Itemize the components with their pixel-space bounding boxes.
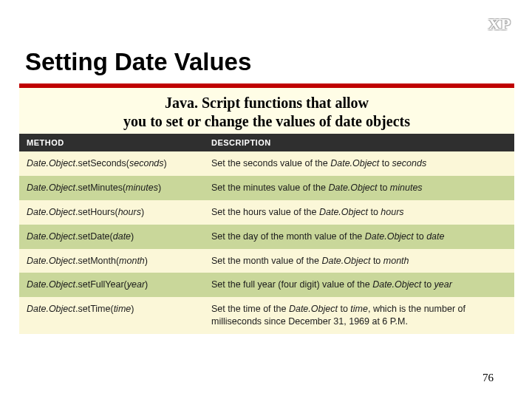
method-arg: seconds bbox=[129, 158, 164, 168]
desc-text: Set the seconds value of the bbox=[211, 158, 330, 168]
desc-text: to bbox=[370, 256, 383, 266]
method-call: .setMinutes( bbox=[75, 183, 126, 193]
subtitle-line1: Java. Script functions that allow bbox=[27, 94, 507, 112]
cell-description: Set the day of the month value of the Da… bbox=[204, 225, 514, 249]
method-object: Date.Object bbox=[27, 279, 75, 290]
desc-object: Date.Object bbox=[365, 231, 414, 242]
desc-object: Date.Object bbox=[328, 183, 377, 193]
method-object: Date.Object bbox=[27, 158, 75, 168]
cell-method: Date.Object.setTime(time) bbox=[19, 297, 204, 334]
table-row: Date.Object.setSeconds(seconds) Set the … bbox=[19, 151, 514, 176]
table-row: Date.Object.setMonth(month) Set the mont… bbox=[19, 249, 514, 273]
desc-text: to bbox=[338, 304, 350, 314]
table-row: Date.Object.setMinutes(minutes) Set the … bbox=[19, 176, 514, 200]
corner-badge: XP bbox=[488, 15, 511, 34]
methods-table: METHOD DESCRIPTION Date.Object.setSecond… bbox=[19, 134, 514, 334]
method-object: Date.Object bbox=[27, 304, 75, 314]
header-method: METHOD bbox=[19, 134, 204, 151]
desc-object: Date.Object bbox=[330, 158, 379, 168]
method-arg: minutes bbox=[126, 183, 158, 193]
cell-method: Date.Object.setMonth(month) bbox=[19, 249, 204, 273]
desc-object: Date.Object bbox=[319, 207, 368, 217]
table-row: Date.Object.setDate(date) Set the day of… bbox=[19, 225, 514, 249]
desc-arg: time bbox=[350, 304, 368, 314]
desc-text: Set the time of the bbox=[211, 304, 289, 314]
cell-description: Set the full year (four digit) value of … bbox=[204, 273, 514, 297]
method-call: .setFullYear( bbox=[75, 279, 127, 290]
desc-text: to bbox=[414, 231, 426, 242]
method-object: Date.Object bbox=[27, 207, 75, 217]
table-header: METHOD DESCRIPTION bbox=[19, 134, 514, 151]
method-call: .setSeconds( bbox=[75, 158, 129, 168]
cell-method: Date.Object.setSeconds(seconds) bbox=[19, 151, 204, 176]
method-close: ) bbox=[131, 304, 134, 314]
method-call: .setHours( bbox=[75, 207, 118, 217]
table-row: Date.Object.setHours(hours) Set the hour… bbox=[19, 200, 514, 225]
method-arg: hours bbox=[118, 207, 141, 217]
page-number: 76 bbox=[482, 372, 494, 384]
method-arg: date bbox=[113, 231, 131, 242]
desc-text: Set the hours value of the bbox=[211, 207, 319, 217]
table-row: Date.Object.setFullYear(year) Set the fu… bbox=[19, 273, 514, 297]
desc-text: to bbox=[368, 207, 381, 217]
method-close: ) bbox=[141, 207, 144, 217]
cell-method: Date.Object.setDate(date) bbox=[19, 225, 204, 249]
method-close: ) bbox=[145, 256, 148, 266]
desc-text: Set the full year (four digit) value of … bbox=[211, 279, 372, 290]
method-close: ) bbox=[164, 158, 167, 168]
method-arg: year bbox=[127, 279, 145, 290]
method-object: Date.Object bbox=[27, 256, 75, 266]
cell-description: Set the hours value of the Date.Object t… bbox=[204, 200, 514, 225]
desc-object: Date.Object bbox=[321, 256, 370, 266]
cell-method: Date.Object.setHours(hours) bbox=[19, 200, 204, 225]
desc-object: Date.Object bbox=[289, 304, 338, 314]
method-object: Date.Object bbox=[27, 231, 75, 242]
desc-text: Set the minutes value of the bbox=[211, 183, 328, 193]
desc-arg: date bbox=[426, 231, 444, 242]
method-arg: time bbox=[114, 304, 132, 314]
cell-description: Set the seconds value of the Date.Object… bbox=[204, 151, 514, 176]
header-description: DESCRIPTION bbox=[204, 134, 514, 151]
cell-description: Set the time of the Date.Object to time,… bbox=[204, 297, 514, 334]
method-arg: month bbox=[119, 256, 145, 266]
method-object: Date.Object bbox=[27, 183, 75, 193]
desc-arg: month bbox=[383, 256, 409, 266]
cell-description: Set the minutes value of the Date.Object… bbox=[204, 176, 514, 200]
page-title: Setting Date Values bbox=[25, 48, 251, 76]
method-call: .setMonth( bbox=[75, 256, 119, 266]
slide: XP Setting Date Values Java. Script func… bbox=[0, 0, 532, 399]
subtitle-box: Java. Script functions that allow you to… bbox=[19, 88, 514, 139]
method-close: ) bbox=[158, 183, 161, 193]
cell-method: Date.Object.setMinutes(minutes) bbox=[19, 176, 204, 200]
desc-arg: hours bbox=[381, 207, 403, 217]
method-close: ) bbox=[131, 231, 134, 242]
desc-text: Set the day of the month value of the bbox=[211, 231, 365, 242]
desc-arg: seconds bbox=[392, 158, 427, 168]
table-row: Date.Object.setTime(time) Set the time o… bbox=[19, 297, 514, 334]
desc-text: to bbox=[377, 183, 389, 193]
method-call: .setTime( bbox=[75, 304, 114, 314]
desc-text: Set the month value of the bbox=[211, 256, 321, 266]
desc-object: Date.Object bbox=[372, 279, 421, 290]
desc-arg: minutes bbox=[390, 183, 423, 193]
desc-text: to bbox=[421, 279, 434, 290]
desc-text: to bbox=[379, 158, 392, 168]
subtitle-line2: you to set or change the values of date … bbox=[27, 112, 507, 131]
method-call: .setDate( bbox=[75, 231, 113, 242]
cell-description: Set the month value of the Date.Object t… bbox=[204, 249, 514, 273]
cell-method: Date.Object.setFullYear(year) bbox=[19, 273, 204, 297]
desc-arg: year bbox=[434, 279, 452, 290]
method-close: ) bbox=[145, 279, 148, 290]
